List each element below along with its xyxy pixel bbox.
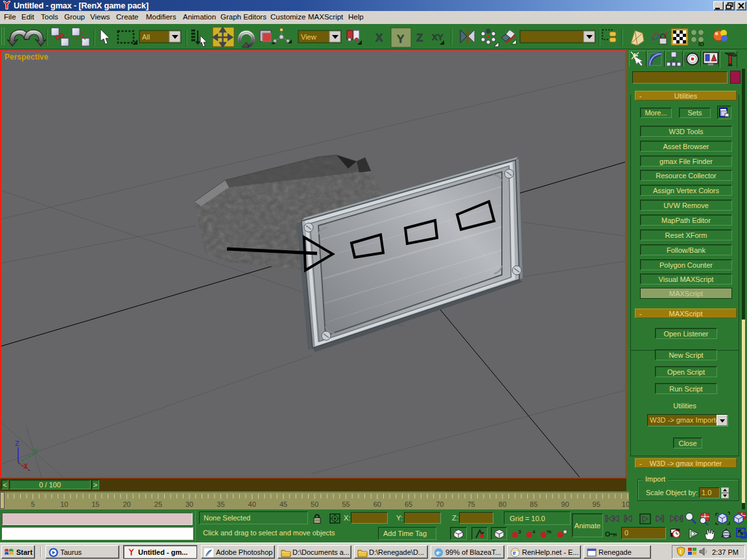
svg-text:90: 90 <box>561 500 569 508</box>
svg-text:%: % <box>547 529 551 535</box>
svg-text:3: 3 <box>518 529 521 535</box>
svg-text:5: 5 <box>31 500 35 508</box>
svg-text:95: 95 <box>593 500 600 508</box>
svg-text:Y: Y <box>397 33 405 45</box>
svg-text:ID: ID <box>698 41 705 47</box>
svg-text:View: View <box>301 33 316 41</box>
svg-text:35: 35 <box>217 500 224 508</box>
svg-text:Z: Z <box>15 439 19 447</box>
svg-text:All: All <box>142 33 150 41</box>
svg-text:4: 4 <box>532 529 536 535</box>
svg-text:55: 55 <box>342 500 350 508</box>
svg-text:40: 40 <box>248 500 256 508</box>
svg-text:10: 10 <box>60 500 68 508</box>
svg-text:X: X <box>375 32 383 44</box>
svg-text:y: y <box>34 446 38 454</box>
svg-text:X: X <box>23 462 29 470</box>
svg-text:e: e <box>436 549 440 556</box>
svg-text:20: 20 <box>123 500 130 508</box>
svg-text:100: 100 <box>622 500 629 508</box>
svg-text:85: 85 <box>530 500 538 508</box>
svg-text:30: 30 <box>185 500 193 508</box>
svg-text:80: 80 <box>499 500 506 508</box>
svg-text:Z: Z <box>416 32 423 44</box>
svg-text:65: 65 <box>405 500 412 508</box>
svg-text:70: 70 <box>436 500 444 508</box>
svg-text:!: ! <box>680 548 682 555</box>
svg-text:45: 45 <box>279 500 287 508</box>
svg-text:15: 15 <box>91 500 99 508</box>
svg-text:75: 75 <box>467 500 475 508</box>
svg-text:60: 60 <box>374 500 381 508</box>
svg-text:XY: XY <box>432 32 444 42</box>
svg-text:25: 25 <box>154 500 162 508</box>
svg-text:50: 50 <box>311 500 318 508</box>
